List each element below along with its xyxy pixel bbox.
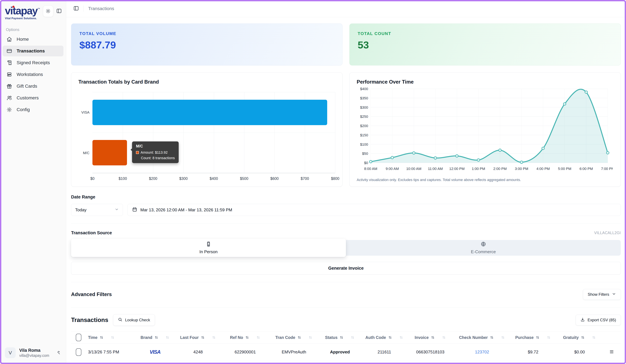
sort-secondary-icon[interactable] [111,335,115,340]
export-csv-button[interactable]: Export CSV (85) [576,315,621,325]
x-tick-label: $800 [331,177,339,181]
column-label: Auth Code [365,335,386,340]
svg-text:6:00 PM: 6:00 PM [580,167,593,171]
menu-icon [609,349,614,355]
sidebar-item-config[interactable]: Config [2,104,63,115]
sort-secondary-icon[interactable] [547,335,551,340]
sidebar-item-home[interactable]: Home [2,34,63,45]
sort-secondary-icon[interactable] [256,335,260,340]
sort-icon[interactable] [201,335,205,340]
source-option-in-person[interactable]: In Person [71,239,346,257]
sort-secondary-icon[interactable] [351,335,355,340]
chevron-down-icon [115,207,119,213]
column-header-tran-code: Tran Code [271,335,317,340]
source-option-e-commerce[interactable]: E-Commerce [346,240,621,256]
data-point[interactable] [369,160,372,163]
sort-icon[interactable] [388,335,392,340]
bar-x-axis: $0$100$200$300$400$500$600$700$800 [92,173,335,182]
sort-icon[interactable] [490,335,494,340]
sidebar-item-gift-cards[interactable]: Gift Cards [2,81,63,92]
sun-icon [46,9,50,14]
sidebar-item-workstations[interactable]: Workstations [2,69,63,80]
user-footer[interactable]: V Vila Roma villa@vitapay.com [0,345,66,360]
bar-visa[interactable] [92,100,327,125]
svg-text:9:00 AM: 9:00 AM [386,167,399,171]
svg-text:$400: $400 [360,87,368,91]
data-point[interactable] [542,147,544,149]
data-point[interactable] [391,156,393,159]
sort-icon[interactable] [154,335,158,340]
terminal-code: VILLACALL2GI [594,231,621,235]
sort-secondary-icon[interactable] [592,335,596,340]
sort-secondary-icon[interactable] [442,335,446,340]
sort-secondary-icon[interactable] [308,335,313,340]
lookup-check-button[interactable]: Lookup Check [113,314,155,326]
data-point[interactable] [606,151,609,154]
user-name: Vila Roma [19,348,49,353]
performance-line-svg: $0$50$100$150$200$250$300$350$4008:00 AM… [357,86,613,173]
data-point[interactable] [563,103,566,105]
data-point[interactable] [434,157,437,159]
sidebar-item-label: Signed Receipts [17,60,50,65]
date-range-input[interactable]: Mar 13, 2026 12:00 AM - Mar 13, 2026 11:… [127,204,621,216]
data-point[interactable] [456,155,458,157]
avatar: V [5,347,16,358]
cell-check-number[interactable]: 123702 [455,350,510,355]
sort-icon[interactable] [99,335,104,340]
gift-icon [6,83,12,89]
chevrons-up-down-icon [56,353,61,356]
sort-icon[interactable] [581,335,585,340]
globe-icon [481,241,486,248]
sort-icon[interactable] [431,335,435,340]
table-row[interactable]: 3/13/26 7:55 PMVISA4248622900001EMVPreAu… [71,344,621,361]
data-point[interactable] [412,152,415,154]
data-point[interactable] [585,91,587,93]
sort-secondary-icon[interactable] [399,335,403,340]
sidebar-nav: HomeTransactionsSigned ReceiptsWorkstati… [0,34,66,115]
sidebar-item-transactions[interactable]: Transactions [2,46,63,56]
data-point[interactable] [499,149,501,151]
table-row[interactable]: 3/13/26 7:50 PMVISA4248016307517750EMVPr… [71,361,621,364]
total-count-card: TOTAL COUNT 53 [349,23,621,66]
row-menu-button[interactable] [609,349,614,355]
column-label: Check Number [459,335,488,340]
sidebar-item-customers[interactable]: Customers [2,93,63,103]
column-header-auth-code: Auth Code [362,335,406,340]
column-label: Time [88,335,97,340]
column-label: Tran Code [275,335,295,340]
column-header-gratuity: Gratuity [556,335,603,340]
sidebar-collapse-button[interactable] [56,8,62,14]
data-point[interactable] [477,159,480,161]
svg-text:$100: $100 [360,143,368,146]
header-divider [83,5,84,12]
x-tick-label: $0 [90,177,95,181]
sort-icon[interactable] [297,335,301,340]
source-option-label: E-Commerce [471,249,496,254]
sort-icon[interactable] [536,335,540,340]
sort-icon[interactable] [339,335,344,340]
x-tick-label: $200 [149,177,157,181]
sort-icon[interactable] [245,335,249,340]
show-filters-button[interactable]: Show Filters [583,289,621,300]
card-brand-chart: VISAM/C M/C Amount: $113.92 Count: 8 tra… [78,92,335,182]
logo-red-dot [12,6,14,8]
bar-category-label: VISA [78,92,92,133]
generate-invoice-button[interactable]: Generate Invoice [71,262,621,275]
bar-mc[interactable] [92,140,127,165]
user-menu-button[interactable] [56,350,61,356]
column-header-ref-no: Ref No [220,335,271,340]
sort-secondary-icon[interactable] [165,335,169,340]
data-point[interactable] [520,161,523,164]
sort-secondary-icon[interactable] [501,335,505,340]
sort-secondary-icon[interactable] [212,335,216,340]
date-preset-select[interactable]: Today [71,204,123,216]
table-body: 3/13/26 7:55 PMVISA4248622900001EMVPreAu… [71,344,621,364]
svg-text:8:00 AM: 8:00 AM [364,167,377,171]
theme-toggle-button[interactable] [43,5,53,17]
chart-footnote: Activity visualization only. Excludes ti… [357,178,613,182]
row-checkbox[interactable] [76,348,81,356]
sidebar-item-signed-receipts[interactable]: Signed Receipts [2,57,63,68]
header-sidebar-toggle[interactable] [73,5,79,12]
select-all-checkbox[interactable] [76,334,81,341]
brand-wordmark: vitapay™ [5,5,40,16]
